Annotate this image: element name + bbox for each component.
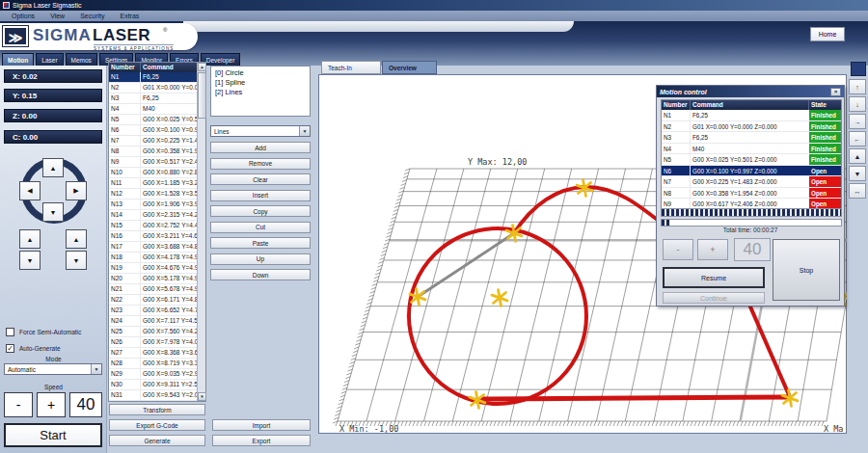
table-row[interactable]: N16G00 X=3.211 Y=4.6... [109, 231, 197, 242]
table-row[interactable]: N3F6,25 [109, 93, 197, 104]
table-row[interactable]: N9G00 X=0.517 Y=2.4... [109, 157, 197, 168]
table-row[interactable]: N11G00 X=1.185 Y=3.2... [109, 178, 197, 189]
table-row[interactable]: N8G00 X=0.358 Y=1.954 Z=0.000Open [662, 188, 841, 200]
home-button[interactable]: Home [810, 27, 845, 41]
view-tool-3-icon[interactable]: ← [849, 131, 866, 147]
start-button[interactable]: Start [4, 423, 102, 447]
shape-type-select[interactable]: Lines ▼ [210, 125, 311, 137]
jog-left-button[interactable]: ◀ [19, 181, 41, 200]
up-button[interactable]: Up [210, 253, 311, 265]
jog-up-button[interactable]: ▲ [42, 158, 64, 177]
list-item[interactable]: [1] Spline [215, 78, 306, 88]
list-item[interactable]: [0] Circle [215, 68, 306, 78]
menu-extras[interactable]: Extras [112, 13, 147, 19]
table-row[interactable]: N21G00 X=5.678 Y=4.9... [109, 284, 197, 295]
copy-button[interactable]: Copy [210, 205, 311, 217]
tab-motion[interactable]: Motion [2, 53, 34, 66]
cut-button[interactable]: Cut [210, 222, 311, 233]
menu-security[interactable]: Security [72, 13, 112, 19]
auto-generate-checkbox[interactable]: ✓ [6, 344, 14, 353]
table-row[interactable]: N12G00 X=1.528 Y=3.5... [109, 189, 197, 200]
view-tool-0-icon[interactable]: ↑ [849, 79, 866, 94]
table-row[interactable]: N14G00 X=2.315 Y=4.2... [109, 210, 197, 221]
view-tool-6-icon[interactable]: ↔ [849, 183, 866, 199]
table-row[interactable]: N28G00 X=8.719 Y=3.3... [109, 359, 197, 369]
speed-minus-button[interactable]: - [4, 392, 33, 417]
table-row[interactable]: N7G00 X=0.225 Y=1.4... [109, 136, 197, 147]
jog-right-button[interactable]: ▶ [66, 181, 87, 200]
view-tool-4-icon[interactable]: ▲ [849, 148, 866, 164]
table-row[interactable]: N13G00 X=1.906 Y=3.9... [109, 200, 197, 210]
mc-speed-minus-button[interactable]: - [663, 239, 693, 260]
speed-plus-button[interactable]: + [37, 392, 66, 417]
scroll-down-icon[interactable]: ▼ [198, 392, 206, 401]
export-button[interactable]: Export [212, 435, 311, 446]
remove-button[interactable]: Remove [210, 158, 311, 170]
clear-button[interactable]: Clear [210, 173, 311, 185]
tab-teach-in[interactable]: Teach-In [321, 61, 381, 74]
view-tool-5-icon[interactable]: ▼ [849, 166, 866, 181]
table-row[interactable]: N1F6,25 [109, 72, 197, 83]
stop-button[interactable]: Stop [773, 239, 840, 301]
table-row[interactable]: N6G00 X=0.100 Y=0.997 Z=0.000Open [662, 166, 841, 177]
table-row[interactable]: N22G00 X=6.171 Y=4.8... [109, 295, 197, 306]
export-gcode-button[interactable]: Export G-Code [109, 419, 205, 431]
table-row[interactable]: N27G00 X=8.368 Y=3.6... [109, 348, 197, 359]
program-scrollbar[interactable]: ▲ ▼ [197, 63, 205, 401]
view-tool-1-icon[interactable]: ↓ [849, 96, 866, 112]
table-row[interactable]: N30G00 X=9.311 Y=2.5... [109, 380, 197, 390]
force-semi-automatic-checkbox[interactable] [6, 328, 14, 336]
view-tool-2-icon[interactable]: → [849, 114, 866, 129]
motion-control-titlebar[interactable]: Motion control × [657, 86, 844, 97]
menu-view[interactable]: View [42, 13, 72, 19]
scroll-up-icon[interactable]: ▲ [198, 63, 206, 71]
table-row[interactable]: N5G00 X=0.025 Y=0.501 Z=0.000Finished [662, 154, 841, 166]
table-row[interactable]: N25G00 X=7.560 Y=4.2... [109, 327, 197, 337]
tab-laser[interactable]: Laser [36, 53, 63, 66]
table-row[interactable]: N4M40Finished [662, 144, 841, 155]
table-row[interactable]: N19G00 X=4.676 Y=4.9... [109, 263, 197, 274]
table-row[interactable]: N29G00 X=9.035 Y=2.9... [109, 369, 197, 380]
z-up-button[interactable]: ▲ [19, 229, 41, 249]
table-row[interactable]: N10G00 X=0.880 Y=2.8... [109, 168, 197, 178]
scrollbar-thumb[interactable] [198, 72, 206, 119]
table-row[interactable]: N17G00 X=3.688 Y=4.8... [109, 242, 197, 253]
menu-options[interactable]: Options [4, 13, 42, 19]
table-row[interactable]: N1F6,25Finished [662, 110, 841, 121]
table-row[interactable]: N15G00 X=2.752 Y=4.4... [109, 221, 197, 231]
table-row[interactable]: N2G01 X=0.000 Y=0.000 Z=0.000Finished [662, 121, 841, 133]
table-row[interactable]: N4M40 [109, 104, 197, 115]
add-button[interactable]: Add [210, 142, 311, 153]
shape-listbox[interactable]: [0] Circle[1] Spline[2] Lines [210, 66, 311, 117]
table-row[interactable]: N6G00 X=0.100 Y=0.9... [109, 125, 197, 136]
table-row[interactable]: N24G00 X=7.117 Y=4.5... [109, 316, 197, 327]
down-button[interactable]: Down [210, 269, 311, 280]
import-button[interactable]: Import [212, 419, 311, 431]
table-row[interactable]: N8G00 X=0.358 Y=1.9... [109, 147, 197, 157]
insert-button[interactable]: Insert [210, 190, 311, 201]
table-row[interactable]: N23G00 X=6.652 Y=4.7... [109, 306, 197, 316]
tab-memos[interactable]: Memos [66, 53, 97, 66]
z-down-button[interactable]: ▼ [19, 251, 41, 270]
table-row[interactable]: N3F6,25Finished [662, 132, 841, 144]
tab-developer[interactable]: Developer [201, 53, 241, 66]
mode-select[interactable]: Automatic ▼ [4, 363, 102, 375]
table-row[interactable]: N7G00 X=0.225 Y=1.483 Z=0.000Open [662, 176, 841, 188]
table-row[interactable]: N5G00 X=0.025 Y=0.5... [109, 115, 197, 125]
transform-button[interactable]: Transform [109, 404, 205, 415]
resume-button[interactable]: Resume [663, 267, 765, 288]
chevron-down-icon[interactable]: ▼ [91, 364, 101, 374]
table-row[interactable]: N26G00 X=7.978 Y=4.0... [109, 337, 197, 348]
table-row[interactable]: N20G00 X=5.178 Y=4.9... [109, 274, 197, 284]
tab-overview[interactable]: Overview [382, 61, 437, 74]
table-row[interactable]: N18G00 X=4.178 Y=4.9... [109, 253, 197, 263]
close-icon[interactable]: × [830, 88, 841, 96]
paste-button[interactable]: Paste [210, 237, 311, 249]
generate-button[interactable]: Generate [109, 435, 205, 446]
chevron-down-icon[interactable]: ▼ [299, 126, 310, 136]
c-up-button[interactable]: ▲ [66, 229, 87, 249]
jog-down-button[interactable]: ▼ [42, 202, 64, 222]
mc-speed-plus-button[interactable]: + [697, 239, 728, 260]
table-row[interactable]: N31G00 X=9.543 Y=2.0... [109, 390, 197, 401]
c-down-button[interactable]: ▼ [66, 251, 87, 270]
